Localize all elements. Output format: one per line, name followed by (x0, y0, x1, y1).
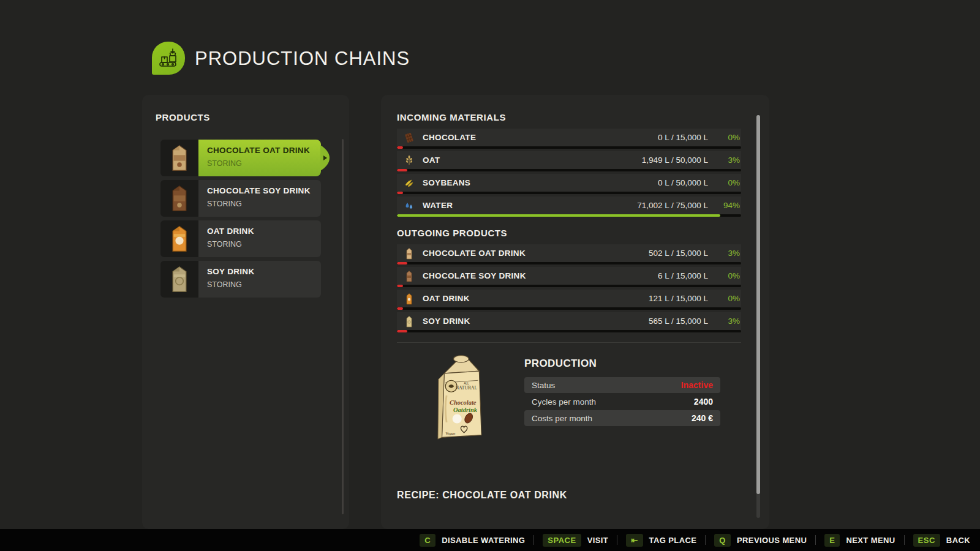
material-percent: 94% (708, 201, 740, 210)
hint-label: NEXT MENU (846, 536, 895, 545)
carton-image-chocolate-soy (167, 183, 192, 214)
product-thumbnail (160, 140, 198, 176)
key-backspace-icon[interactable]: ⇤ (626, 534, 643, 547)
key-hint-bar: C DISABLE WATERING SPACE VISIT ⇤ TAG PLA… (0, 529, 980, 551)
hint-previous-menu[interactable]: Q PREVIOUS MENU (714, 534, 807, 547)
recipe-title: RECIPE: CHOCOLATE OAT DRINK (397, 490, 741, 501)
carton-icon (402, 315, 417, 328)
hint-tag-place[interactable]: ⇤ TAG PLACE (626, 534, 696, 547)
hint-label: DISABLE WATERING (442, 536, 525, 545)
product-fill-bar (397, 330, 741, 332)
products-scrollbar[interactable] (342, 139, 344, 514)
hint-divider (705, 535, 706, 545)
key-esc[interactable]: ESC (913, 534, 940, 547)
stat-row-costs: Costs per month 240 € (524, 410, 720, 426)
production-carton-image: ALL NATURAL Chocolate Oatdrink Vegan (430, 349, 489, 442)
hint-label: TAG PLACE (649, 536, 697, 545)
soybeans-icon (402, 178, 417, 189)
product-percent: 0% (708, 294, 740, 303)
carton-image-oat (167, 223, 192, 254)
carton-image-soy (167, 264, 192, 294)
product-amount: 502 L / 15,000 L (649, 249, 708, 258)
product-fill-bar (397, 307, 741, 310)
material-row-oat[interactable]: OAT 1,949 L / 50,000 L 3% (397, 151, 741, 171)
material-row-chocolate[interactable]: CHOCOLATE 0 L / 15,000 L 0% (397, 129, 741, 149)
product-status: STORING (207, 280, 321, 289)
carton-image-chocolate-oat (167, 143, 192, 173)
product-item-chocolate-oat-drink[interactable]: CHOCOLATE OAT DRINK STORING (160, 140, 321, 176)
material-amount: 0 L / 50,000 L (658, 178, 708, 187)
product-row-chocolate-oat-drink[interactable]: CHOCOLATE OAT DRINK 502 L / 15,000 L 3% (397, 244, 741, 264)
stat-value: 2400 (694, 397, 713, 407)
material-amount: 1,949 L / 50,000 L (642, 156, 708, 165)
material-name: CHOCOLATE (423, 133, 476, 142)
svg-text:Vegan: Vegan (445, 431, 456, 435)
hint-divider (815, 535, 816, 545)
hint-label: PREVIOUS MENU (737, 536, 807, 545)
hint-label: VISIT (587, 536, 609, 545)
carton-icon (402, 247, 417, 260)
product-name: CHOCOLATE SOY DRINK (423, 271, 526, 280)
product-row-soy-drink[interactable]: SOY DRINK 565 L / 15,000 L 3% (397, 312, 741, 332)
hint-divider (533, 535, 534, 545)
material-percent: 3% (708, 156, 740, 165)
page-title: PRODUCTION CHAINS (195, 48, 410, 70)
product-item-oat-drink[interactable]: OAT DRINK STORING (160, 220, 321, 257)
chocolate-icon (402, 132, 417, 143)
product-status: STORING (207, 200, 321, 208)
selected-tab-pointer (320, 145, 330, 171)
hint-disable-watering[interactable]: C DISABLE WATERING (420, 534, 525, 547)
product-percent: 3% (708, 249, 740, 258)
production-stat-table: Status Inactive Cycles per month 2400 Co… (524, 377, 720, 426)
key-q[interactable]: Q (714, 534, 731, 547)
product-thumbnail (160, 180, 198, 217)
material-percent: 0% (708, 178, 740, 187)
material-amount: 0 L / 15,000 L (658, 133, 708, 142)
svg-text:Oatdrink: Oatdrink (453, 407, 478, 413)
product-row-chocolate-soy-drink[interactable]: CHOCOLATE SOY DRINK 6 L / 15,000 L 0% (397, 267, 741, 287)
material-fill-bar (397, 192, 741, 194)
stat-row-status: Status Inactive (524, 377, 720, 393)
material-name: SOYBEANS (423, 178, 470, 187)
stat-row-cycles: Cycles per month 2400 (524, 394, 720, 410)
details-scrollbar[interactable] (756, 115, 760, 518)
material-name: OAT (423, 156, 440, 165)
stat-value: 240 € (692, 413, 713, 423)
hint-visit[interactable]: SPACE VISIT (543, 534, 608, 547)
hint-back[interactable]: ESC BACK (913, 534, 970, 547)
product-thumbnail (160, 220, 198, 257)
material-percent: 0% (708, 133, 740, 142)
stat-label: Status (532, 381, 555, 390)
product-amount: 6 L / 15,000 L (658, 271, 708, 280)
material-row-water[interactable]: WATER 71,002 L / 75,000 L 94% (397, 197, 741, 217)
material-row-soybeans[interactable]: SOYBEANS 0 L / 50,000 L 0% (397, 174, 741, 194)
product-percent: 3% (708, 317, 740, 326)
key-e[interactable]: E (824, 534, 840, 547)
product-row-oat-drink[interactable]: OAT DRINK 121 L / 15,000 L 0% (397, 290, 741, 310)
svg-text:NATURAL: NATURAL (456, 385, 478, 391)
production-details-panel: INCOMING MATERIALS CHOCOLATE 0 L / 15,00… (381, 95, 769, 529)
water-icon (402, 200, 417, 211)
key-c[interactable]: C (420, 534, 435, 547)
product-status: STORING (207, 159, 321, 168)
key-space[interactable]: SPACE (543, 534, 581, 547)
product-item-soy-drink[interactable]: SOY DRINK STORING (160, 261, 321, 298)
incoming-materials-title: INCOMING MATERIALS (397, 112, 741, 122)
stat-label: Cycles per month (532, 397, 596, 407)
product-amount: 565 L / 15,000 L (649, 317, 708, 326)
status-badge: Inactive (681, 380, 713, 390)
product-name: CHOCOLATE OAT DRINK (423, 249, 526, 258)
product-name: OAT DRINK (423, 294, 470, 303)
details-scrollbar-thumb[interactable] (756, 115, 760, 494)
hint-next-menu[interactable]: E NEXT MENU (824, 534, 895, 547)
hint-divider (904, 535, 905, 545)
product-name: CHOCOLATE OAT DRINK (207, 146, 321, 155)
product-amount: 121 L / 15,000 L (649, 294, 708, 303)
material-fill-bar (397, 169, 741, 171)
production-heading: PRODUCTION (524, 358, 720, 370)
product-item-chocolate-soy-drink[interactable]: CHOCOLATE SOY DRINK STORING (160, 180, 321, 217)
stat-label: Costs per month (532, 414, 592, 423)
products-panel-title: PRODUCTS (156, 112, 210, 122)
material-amount: 71,002 L / 75,000 L (637, 201, 708, 210)
product-name: SOY DRINK (423, 317, 470, 326)
